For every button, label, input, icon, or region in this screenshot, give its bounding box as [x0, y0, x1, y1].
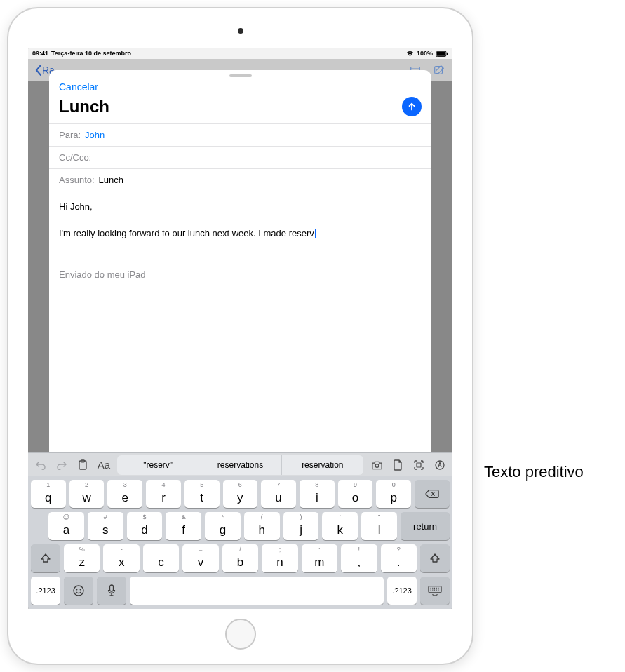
cc-bcc-label: Cc/Cco: [59, 152, 91, 163]
key-z[interactable]: %z [64, 544, 100, 572]
signature: Enviado do meu iPad [59, 268, 422, 282]
key-j[interactable]: )j [283, 512, 319, 540]
key-q[interactable]: 1q [31, 480, 66, 508]
undo-icon[interactable] [31, 455, 51, 475]
key-numbers-left[interactable]: .?123 [31, 577, 60, 605]
keyboard: Aa "reserv" reservations reservation [28, 452, 452, 609]
key-l[interactable]: "l [361, 512, 397, 540]
subject-label: Assunto: [59, 175, 95, 185]
document-icon[interactable] [388, 455, 408, 475]
back-chevron-icon [35, 65, 42, 76]
subject-field[interactable]: Assunto: Lunch [49, 168, 431, 191]
email-body[interactable]: Hi John, I'm really looking forward to o… [49, 191, 431, 469]
status-time: 09:41 [32, 50, 48, 57]
key-backspace[interactable] [415, 480, 450, 508]
key-e[interactable]: 3e [107, 480, 142, 508]
to-label: Para: [59, 130, 81, 140]
compose-title: Lunch [59, 97, 109, 116]
send-button[interactable] [402, 97, 422, 116]
camera-icon [238, 28, 243, 34]
wifi-icon [406, 51, 414, 57]
predictive-text-bar: "reserv" reservations reservation [117, 455, 363, 475]
key-h[interactable]: (h [244, 512, 280, 540]
battery-icon [436, 51, 448, 57]
cc-bcc-field[interactable]: Cc/Cco: [49, 146, 431, 168]
key-b[interactable]: /b [222, 544, 258, 572]
key-m[interactable]: :m [302, 544, 337, 572]
screen: 09:41 Terça-feira 10 de setembro 100% Ra [28, 48, 452, 609]
subject-value: Lunch [99, 175, 123, 185]
svg-point-10 [74, 586, 83, 596]
key-emoji[interactable] [64, 577, 93, 605]
key-a[interactable]: @a [48, 512, 84, 540]
key-v[interactable]: =v [182, 544, 218, 572]
to-field[interactable]: Para: John [49, 123, 431, 146]
key-t[interactable]: 5t [184, 480, 220, 508]
status-bar: 09:41 Terça-feira 10 de setembro 100% [28, 48, 452, 59]
status-date: Terça-feira 10 de setembro [51, 50, 131, 57]
text-format-button[interactable]: Aa [94, 455, 114, 475]
svg-rect-14 [429, 586, 441, 593]
key-s[interactable]: #s [88, 512, 123, 540]
key-p[interactable]: 0p [376, 480, 411, 508]
key-row-3: %z -x +c =v /b ;n :m !, ?. [31, 544, 450, 572]
prediction-1[interactable]: "reserv" [117, 455, 199, 475]
home-button[interactable] [225, 619, 256, 650]
body-greeting: Hi John, [59, 200, 422, 214]
redo-icon[interactable] [52, 455, 72, 475]
ipad-device-frame: 09:41 Terça-feira 10 de setembro 100% Ra [7, 7, 473, 665]
svg-point-11 [76, 589, 78, 591]
key-g[interactable]: *g [205, 512, 241, 540]
key-k[interactable]: 'k [322, 512, 358, 540]
markup-icon[interactable] [430, 455, 450, 475]
to-recipient[interactable]: John [85, 130, 105, 140]
body-text-line: I'm really looking forward to our lunch … [59, 227, 422, 241]
camera-icon[interactable] [367, 455, 387, 475]
key-d[interactable]: $d [127, 512, 163, 540]
shortcut-bar: Aa "reserv" reservations reservation [28, 452, 452, 476]
key-row-1: 1q 2w 3e 4r 5t 6y 7u 8i 9o 0p [31, 480, 450, 508]
key-row-4: .?123 .?123 [31, 577, 450, 605]
key-o[interactable]: 9o [338, 480, 373, 508]
battery-text: 100% [417, 50, 433, 57]
key-f[interactable]: &f [166, 512, 201, 540]
svg-rect-1 [436, 51, 445, 55]
compose-sheet: Cancelar Lunch Para: John Cc/Cco: Assunt… [49, 70, 431, 469]
key-dictation[interactable] [97, 577, 126, 605]
prediction-3[interactable]: reservation [282, 455, 363, 475]
key-numbers-right[interactable]: .?123 [387, 577, 417, 605]
scan-icon[interactable] [409, 455, 429, 475]
prediction-2[interactable]: reservations [199, 455, 281, 475]
key-period[interactable]: ?. [381, 544, 417, 572]
key-hide-keyboard[interactable] [420, 577, 450, 605]
key-y[interactable]: 6y [223, 480, 258, 508]
key-c[interactable]: +c [143, 544, 179, 572]
key-i[interactable]: 8i [300, 480, 335, 508]
cancel-button[interactable]: Cancelar [59, 80, 98, 93]
clipboard-icon[interactable] [73, 455, 93, 475]
key-r[interactable]: 4r [146, 480, 181, 508]
svg-rect-13 [110, 585, 114, 591]
annotation-label: Texto preditivo [484, 463, 584, 481]
key-x[interactable]: -x [103, 544, 139, 572]
svg-rect-8 [417, 463, 421, 467]
svg-point-7 [375, 464, 379, 467]
key-w[interactable]: 2w [69, 480, 105, 508]
key-n[interactable]: ;n [262, 544, 297, 572]
key-comma[interactable]: !, [341, 544, 377, 572]
svg-point-12 [80, 589, 81, 591]
svg-rect-2 [447, 52, 448, 55]
key-row-2: @a #s $d &f *g (h )j 'k "l return [31, 512, 450, 540]
key-shift-right[interactable] [420, 544, 450, 572]
key-shift-left[interactable] [31, 544, 60, 572]
text-cursor [315, 229, 316, 238]
key-return[interactable]: return [401, 512, 450, 540]
compose-icon [433, 64, 445, 76]
key-u[interactable]: 7u [261, 480, 296, 508]
key-space[interactable] [130, 577, 384, 605]
